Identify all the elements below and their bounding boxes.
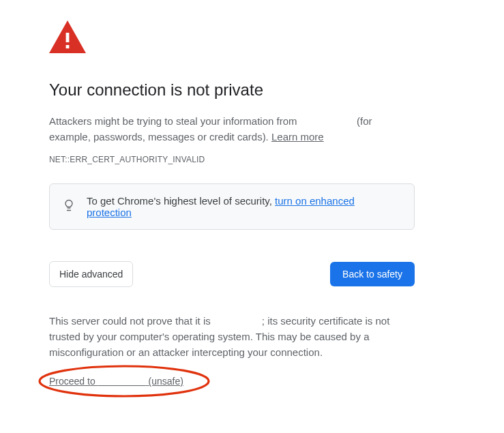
redacted-domain <box>213 315 259 327</box>
lightbulb-icon <box>62 198 76 215</box>
suggestion-text: To get Chrome's highest level of securit… <box>87 195 402 218</box>
enhanced-protection-suggestion: To get Chrome's highest level of securit… <box>49 183 415 230</box>
back-to-safety-button[interactable]: Back to safety <box>330 262 415 286</box>
svg-rect-1 <box>66 45 70 48</box>
advanced-explanation: This server could not prove that it is ;… <box>49 313 415 361</box>
hide-advanced-button[interactable]: Hide advanced <box>49 261 133 287</box>
warning-explanation: Attackers might be trying to steal your … <box>49 113 415 145</box>
explanation-prefix: Attackers might be trying to steal your … <box>49 115 300 127</box>
learn-more-link[interactable]: Learn more <box>271 131 324 143</box>
page-title: Your connection is not private <box>49 80 415 100</box>
svg-rect-0 <box>66 33 70 42</box>
proceed-suffix: (unsafe) <box>149 376 183 387</box>
redacted-domain <box>300 115 354 127</box>
redacted-domain <box>98 376 146 387</box>
advanced-prefix: This server could not prove that it is <box>49 315 213 327</box>
suggestion-prefix: To get Chrome's highest level of securit… <box>87 195 275 207</box>
proceed-prefix: Proceed to <box>49 376 98 387</box>
error-code: NET::ERR_CERT_AUTHORITY_INVALID <box>49 155 415 164</box>
proceed-unsafe-link[interactable]: Proceed to (unsafe) <box>49 376 183 387</box>
warning-triangle-icon <box>49 20 415 56</box>
button-row: Hide advanced Back to safety <box>49 261 415 287</box>
